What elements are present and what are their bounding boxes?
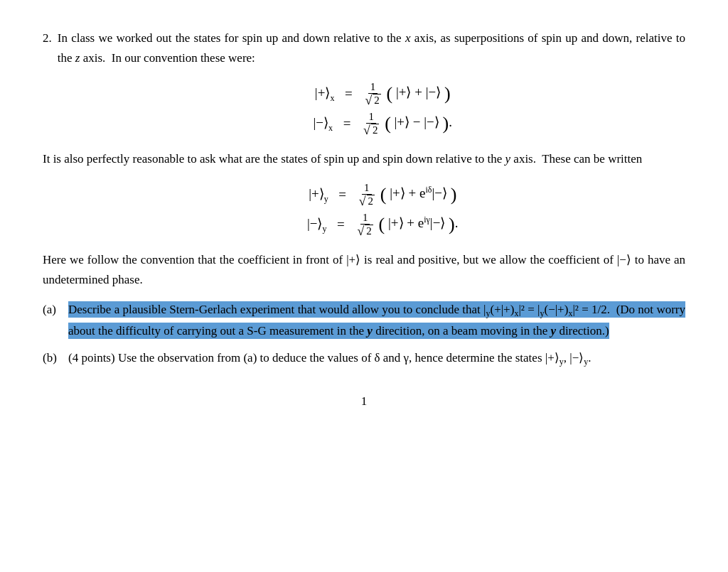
- sub-a-ket2-y-sub: y: [540, 309, 544, 319]
- frac2: 1 √2: [361, 111, 381, 136]
- eq2-lhs: |−⟩x: [276, 112, 333, 135]
- sqrt-symbol-1: √: [365, 94, 372, 107]
- sub-a-y2: y: [551, 324, 557, 338]
- sub-a-ket2-x-sub: x: [568, 309, 572, 319]
- frac4: 1 √2: [355, 212, 375, 237]
- sub-a-text: Describe a plausible Stern-Gerlach exper…: [68, 300, 685, 341]
- sub-a-y1: y: [367, 324, 373, 338]
- page-number: 1: [43, 392, 685, 411]
- eq1-lhs: |+⟩x: [277, 82, 334, 105]
- frac3-den: √2: [357, 195, 377, 208]
- eq4-exponent: iγ: [424, 215, 430, 225]
- sub-problems: (a) Describe a plausible Stern-Gerlach e…: [43, 300, 685, 369]
- eq2-row: |−⟩x = 1 √2 ( |+⟩ − |−⟩ ).: [43, 111, 685, 136]
- eq4-row: |−⟩y = 1 √2 ( |+⟩ + eiγ|−⟩ ).: [43, 212, 685, 237]
- frac2-num: 1: [366, 111, 376, 124]
- sub-b-sub1: y: [560, 357, 564, 367]
- sub-problem-a: (a) Describe a plausible Stern-Gerlach e…: [43, 300, 685, 341]
- eq3-exponent: iδ: [425, 185, 432, 195]
- frac4-den: √2: [355, 225, 375, 238]
- paren-open-1: (: [387, 83, 393, 104]
- eq1-row: |+⟩x = 1 √2 ( |+⟩ + |−⟩ ): [43, 81, 685, 107]
- and-word: and: [383, 351, 401, 365]
- sqrt2-1: √2: [365, 94, 380, 107]
- convention-paragraph: Here we follow the convention that the c…: [43, 250, 685, 290]
- eq2-rhs: 1 √2 ( |+⟩ − |−⟩ ).: [361, 111, 452, 136]
- sqrt2-4: √2: [357, 225, 373, 237]
- eq1-equals: =: [334, 83, 363, 104]
- sub-b-label: (b): [43, 348, 63, 368]
- sub-b-text: (4 points) Use the observation from (a) …: [68, 348, 685, 369]
- frac1: 1 √2: [363, 81, 382, 107]
- eq3-equals: =: [328, 184, 357, 205]
- eq2-equals: =: [333, 113, 361, 134]
- problem-number: 2.: [43, 28, 52, 68]
- frac4-num: 1: [360, 212, 370, 225]
- sqrt-symbol-3: √: [359, 195, 366, 207]
- problem-intro: In class we worked out the states for sp…: [58, 28, 685, 68]
- eq3-row: |+⟩y = 1 √2 ( |+⟩ + eiδ|−⟩ ): [43, 182, 685, 207]
- sub-a-label: (a): [43, 300, 63, 320]
- paren-open-2: (: [385, 113, 391, 134]
- sqrt-content-3: 2: [367, 195, 375, 207]
- paren-close-1: ): [444, 83, 451, 104]
- frac3: 1 √2: [357, 182, 377, 207]
- sqrt2-2: √2: [363, 124, 379, 136]
- paren-close-2: ): [443, 113, 449, 134]
- eq3-lhs: |+⟩y: [272, 183, 328, 206]
- sub-a-highlighted: Describe a plausible Stern-Gerlach exper…: [68, 301, 685, 339]
- sqrt-content-2: 2: [371, 124, 380, 136]
- paren-open-3: (: [380, 184, 387, 205]
- z-axis: z: [75, 51, 80, 65]
- eq4-equals: =: [326, 214, 355, 235]
- sqrt-content-1: 2: [373, 94, 381, 107]
- sub-problem-b: (b) (4 points) Use the observation from …: [43, 348, 685, 369]
- eq4-rhs: 1 √2 ( |+⟩ + eiγ|−⟩ ).: [355, 212, 458, 237]
- sqrt-content-4: 2: [365, 225, 373, 237]
- frac1-num: 1: [368, 81, 378, 94]
- problem-content: 2. In class we worked out the states for…: [43, 28, 685, 411]
- sub-a-ket1-x-sub: x: [514, 309, 518, 319]
- eq1-rhs: 1 √2 ( |+⟩ + |−⟩ ): [363, 81, 450, 107]
- sqrt-symbol-2: √: [363, 124, 370, 136]
- y-axis-ref: y: [505, 152, 511, 166]
- x-equations-block: |+⟩x = 1 √2 ( |+⟩ + |−⟩ ) |−⟩: [43, 81, 685, 136]
- frac3-num: 1: [362, 182, 372, 195]
- paren-close-3: ): [451, 184, 457, 205]
- sub-a-ket1-y-sub: y: [486, 309, 490, 319]
- paragraph-2: It is also perfectly reasonable to ask w…: [43, 149, 685, 169]
- paren-close-4: ): [449, 214, 455, 234]
- eq3-rhs: 1 √2 ( |+⟩ + eiδ|−⟩ ): [357, 182, 457, 207]
- frac2-den: √2: [361, 124, 381, 137]
- x-axis: x: [405, 31, 411, 45]
- paren-open-4: (: [379, 214, 385, 234]
- y-equations-block: |+⟩y = 1 √2 ( |+⟩ + eiδ|−⟩ ): [43, 182, 685, 237]
- sqrt-symbol-4: √: [357, 225, 364, 237]
- sub-b-sub2: y: [584, 357, 588, 367]
- problem-number-row: 2. In class we worked out the states for…: [43, 28, 685, 68]
- sqrt2-3: √2: [359, 195, 375, 207]
- frac1-den: √2: [363, 94, 382, 107]
- eq4-lhs: |−⟩y: [269, 213, 326, 236]
